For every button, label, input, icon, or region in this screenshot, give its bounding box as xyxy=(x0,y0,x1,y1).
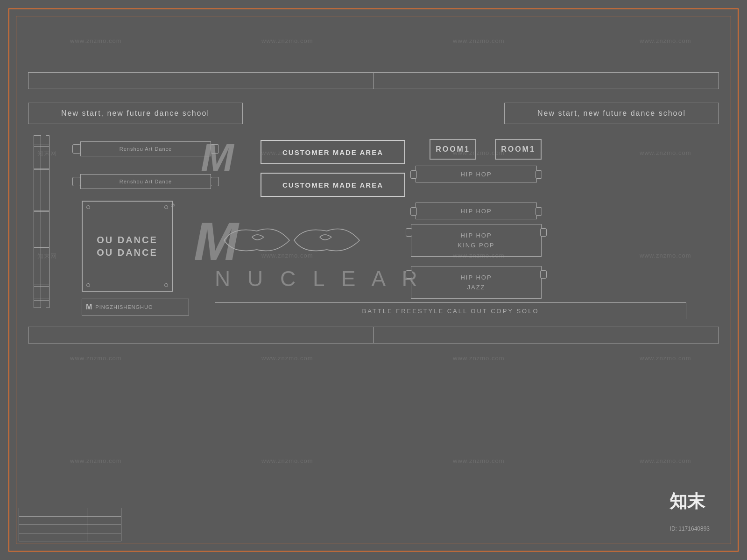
renshou-sign-1: Renshou Art Dance xyxy=(80,141,211,156)
pole-left-outer xyxy=(34,135,41,308)
nuclear-eyes-svg xyxy=(219,219,364,261)
hiphop-cap-r1 xyxy=(536,170,542,179)
top-bar-cell-3 xyxy=(374,73,547,89)
room1-box-1: ROOM1 xyxy=(430,139,476,160)
renshou-sign-2: Renshou Art Dance xyxy=(80,174,211,189)
bottom-bar xyxy=(28,327,719,343)
ou-dance-dot-bl xyxy=(86,283,90,287)
ou-dance-dot-tr xyxy=(164,205,168,209)
title-block-table xyxy=(19,508,121,541)
registered-mark: ® xyxy=(171,203,175,208)
hiphop-cap-l1 xyxy=(410,170,417,179)
title-cell-5 xyxy=(53,517,87,525)
pole-ring-4 xyxy=(34,247,49,249)
top-bar-cell-4 xyxy=(546,73,719,89)
customer-area-box-1: CUSTOMER MADE AREA xyxy=(261,140,405,164)
title-cell-12 xyxy=(87,533,121,541)
hiphop-jazz-sign: HIP HOP JAZZ xyxy=(411,266,542,299)
customer-area-text-1: CUSTOMER MADE AREA xyxy=(282,148,383,156)
banner-right: New start, new future dance school xyxy=(504,103,719,124)
customer-area-box-2: CUSTOMER MADE AREA xyxy=(261,173,405,197)
pole-ring-5 xyxy=(34,285,49,287)
banner-left-text: New start, new future dance school xyxy=(61,109,210,118)
pole-ring-2 xyxy=(34,168,49,170)
pole-ring-6 xyxy=(34,299,49,301)
title-cell-8 xyxy=(53,525,87,533)
pingzhi-text: PINGZHISHENGHUO xyxy=(95,304,153,310)
hiphop-cap-r4 xyxy=(540,270,547,279)
m-letter-top: M xyxy=(201,138,234,177)
title-cell-4 xyxy=(19,517,53,525)
ou-dance-line2: OU DANCE xyxy=(97,247,158,258)
hiphop-sign-2: HIP HOP xyxy=(416,203,537,219)
title-row-2 xyxy=(19,516,121,525)
room1-box-2: ROOM1 xyxy=(495,139,542,160)
pole-left-inner xyxy=(46,135,49,308)
title-cell-1 xyxy=(19,508,53,516)
nuclear-text: N U C L E A R xyxy=(215,266,423,291)
bottom-bar-cell-1 xyxy=(28,327,201,343)
title-cell-11 xyxy=(53,533,87,541)
renshou-cap-left-2 xyxy=(72,177,81,186)
banner-left: New start, new future dance school xyxy=(28,103,243,124)
title-cell-9 xyxy=(87,525,121,533)
ou-dance-dot-tl xyxy=(86,205,90,209)
renshou-cap-left-1 xyxy=(72,144,81,154)
title-cell-2 xyxy=(53,508,87,516)
pingzhi-m-icon: M xyxy=(86,303,92,311)
title-cell-10 xyxy=(19,533,53,541)
title-cell-3 xyxy=(87,508,121,516)
hiphop-cap-l2 xyxy=(410,207,417,216)
pole-ring-1 xyxy=(34,145,49,147)
customer-area-text-2: CUSTOMER MADE AREA xyxy=(282,181,383,189)
top-bar-cell-1 xyxy=(28,73,201,89)
hiphop-cap-r3 xyxy=(540,228,547,237)
pingzhi-sign: M PINGZHISHENGHUO xyxy=(82,299,189,315)
bottom-bar-cell-4 xyxy=(546,327,719,343)
ou-dance-dot-br xyxy=(164,283,168,287)
hiphop-cap-l3 xyxy=(406,228,412,237)
bottom-bar-cell-2 xyxy=(201,327,374,343)
hiphop-cap-r2 xyxy=(536,207,542,216)
title-row-1 xyxy=(19,508,121,516)
top-bar-cell-2 xyxy=(201,73,374,89)
pole-ring-3 xyxy=(34,210,49,212)
ou-dance-text-group: OU DANCE OU DANCE xyxy=(97,235,158,258)
zhimo-logo: 知末 xyxy=(669,490,705,513)
hiphop-kingpop-sign: HIP HOP KING POP xyxy=(411,224,542,257)
title-cell-7 xyxy=(19,525,53,533)
hiphop-cap-l4 xyxy=(406,270,412,279)
id-label: ID: 1171640893 xyxy=(670,525,710,532)
ou-dance-line1: OU DANCE xyxy=(97,235,158,245)
battle-bar-text: BATTLE FREESTYLE CALL OUT COPY SOLO xyxy=(362,308,539,315)
bottom-bar-cell-3 xyxy=(374,327,547,343)
top-bar xyxy=(28,72,719,89)
title-row-4 xyxy=(19,533,121,541)
hiphop-sign-1: HIP HOP xyxy=(416,166,537,182)
banner-right-text: New start, new future dance school xyxy=(537,109,686,118)
ou-dance-sign: OU DANCE OU DANCE xyxy=(82,201,173,292)
battle-bar: BATTLE FREESTYLE CALL OUT COPY SOLO xyxy=(215,302,686,319)
title-row-3 xyxy=(19,525,121,533)
title-cell-6 xyxy=(87,517,121,525)
